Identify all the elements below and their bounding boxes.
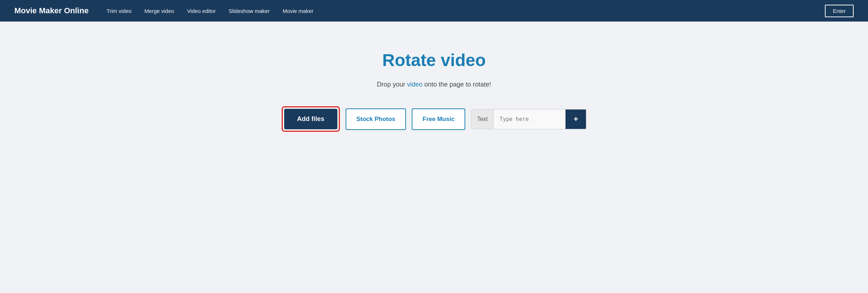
nav-merge-video[interactable]: Merge video [144, 8, 174, 14]
add-files-highlight: Add files [282, 106, 340, 132]
nav-links: Trim video Merge video Video editor Slid… [107, 8, 825, 14]
subtitle-post: onto the page to rotate! [423, 81, 491, 88]
main-content: Rotate video Drop your video onto the pa… [0, 22, 868, 132]
nav-trim-video[interactable]: Trim video [107, 8, 131, 14]
enter-button[interactable]: Enter [825, 5, 854, 17]
text-input[interactable] [494, 110, 565, 129]
nav-movie-maker[interactable]: Movie maker [283, 8, 314, 14]
text-input-group: Text + [471, 109, 586, 129]
nav-slideshow-maker[interactable]: Slideshow maker [228, 8, 269, 14]
stock-photos-button[interactable]: Stock Photos [346, 108, 406, 130]
text-add-button[interactable]: + [565, 110, 586, 129]
nav-video-editor[interactable]: Video editor [187, 8, 216, 14]
add-files-button[interactable]: Add files [284, 109, 337, 129]
brand-logo: Movie Maker Online [14, 6, 89, 15]
site-header: Movie Maker Online Trim video Merge vide… [0, 0, 868, 22]
subtitle: Drop your video onto the page to rotate! [377, 81, 491, 88]
page-title: Rotate video [382, 50, 486, 70]
toolbar: Add files Stock Photos Free Music Text + [282, 106, 587, 132]
free-music-button[interactable]: Free Music [412, 108, 465, 130]
subtitle-video-link[interactable]: video [407, 81, 423, 88]
text-label: Text [471, 110, 494, 129]
subtitle-pre: Drop your [377, 81, 407, 88]
